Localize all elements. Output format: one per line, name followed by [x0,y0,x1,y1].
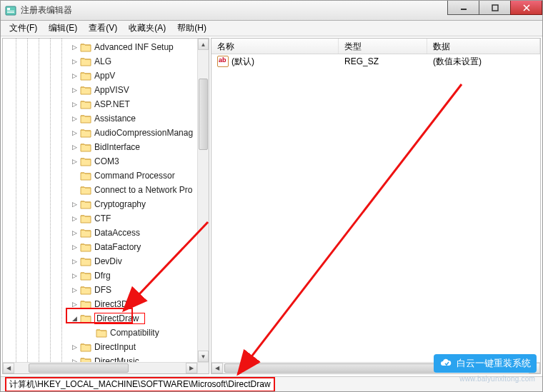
expand-toggle-icon[interactable]: ▷ [70,43,79,51]
tree-item-label: Advanced INF Setup [94,42,174,52]
tree-item[interactable]: Connect to a Network Pro [3,183,197,197]
tree-item[interactable]: ▷AudioCompressionManag [3,126,197,140]
expand-toggle-icon[interactable]: ▷ [70,129,79,137]
folder-icon [80,313,91,323]
scroll-thumb-horizontal[interactable] [29,363,129,373]
expand-toggle-icon[interactable]: ▷ [70,57,79,66]
tree-item[interactable]: ▷DirectInput [3,340,197,354]
tree-item[interactable]: ▷ALG [3,54,197,69]
tree-item[interactable]: ▷DevDiv [3,254,197,268]
tree-item[interactable]: ▷Direct3D [3,297,197,311]
scroll-left-icon[interactable]: ◀ [3,363,14,373]
scroll-left-icon[interactable]: ◀ [211,363,223,373]
list-header: 名称 类型 数据 [211,39,540,54]
value-data: (数值未设置) [427,56,540,68]
scroll-up-icon[interactable]: ▲ [198,39,209,50]
expand-toggle-icon[interactable]: ▷ [70,114,79,123]
tree-item[interactable]: ▷Advanced INF Setup [3,40,197,54]
expand-toggle-icon[interactable]: ▷ [70,157,79,166]
menu-favorites[interactable]: 收藏夹(A) [123,21,171,36]
tree-item[interactable]: ▷BidInterface [3,140,197,154]
expand-toggle-icon[interactable]: ▷ [70,86,79,94]
folder-icon [80,256,91,266]
tree-item-label: DataFactory [94,242,141,252]
menu-edit[interactable]: 编辑(E) [43,21,83,36]
folder-icon [80,199,91,209]
titlebar: 注册表编辑器 [1,1,542,21]
expand-toggle-icon[interactable]: ▷ [70,300,79,308]
expand-toggle-icon[interactable]: ▷ [70,214,79,223]
column-header-data[interactable]: 数据 [427,39,540,54]
expand-toggle-icon[interactable]: ▷ [70,343,79,351]
expand-toggle-icon[interactable]: ▷ [70,71,79,80]
tree-item[interactable]: ▷DataAccess [3,226,197,240]
tree-item-label: BidInterface [94,142,140,152]
maximize-button[interactable] [479,1,511,15]
tree-item[interactable]: ▷DFS [3,283,197,297]
list-pane: 名称 类型 数据 (默认) REG_SZ (数值未设置) ◀ ▶ [211,38,541,374]
window-controls [448,1,542,15]
scroll-thumb-vertical[interactable] [199,79,208,150]
tree-item[interactable]: ▷Cryptography [3,197,197,211]
expand-toggle-icon[interactable]: ▷ [70,271,79,280]
tree-item[interactable]: ▷COM3 [3,154,197,169]
expand-toggle-icon[interactable] [70,186,79,194]
expand-toggle-icon[interactable] [86,328,94,337]
tree-item[interactable]: ▷AppV [3,69,197,83]
tree-item[interactable]: ▷AppVISV [3,83,197,97]
svg-rect-3 [7,12,14,13]
folder-icon [80,342,91,352]
expand-toggle-icon[interactable]: ▷ [70,357,79,362]
tree-item-label: DataAccess [94,228,140,238]
expand-toggle-icon[interactable]: ▷ [70,257,79,266]
value-type: REG_SZ [339,56,427,66]
tree-scrollbar-vertical[interactable]: ▲ ▼ [197,39,209,362]
expand-toggle-icon[interactable]: ▷ [70,143,79,151]
tree-item[interactable]: ▷ASP.NET [3,97,197,111]
expand-toggle-icon[interactable]: ▷ [70,286,79,294]
tree-item[interactable]: ▷Assistance [3,111,197,126]
tree-item-label: DirectDraw [94,313,145,324]
tree-scrollbar-horizontal[interactable]: ◀ ▶ [3,362,197,373]
folder-icon [80,85,91,95]
minimize-button[interactable] [447,1,479,15]
svg-line-6 [524,5,529,11]
folder-icon [80,242,91,252]
menubar: 文件(F) 编辑(E) 查看(V) 收藏夹(A) 帮助(H) [1,21,542,36]
list-row[interactable]: (默认) REG_SZ (数值未设置) [211,54,540,69]
tree-item[interactable]: ▷DataFactory [3,240,197,254]
close-button[interactable] [510,1,542,15]
expand-toggle-icon[interactable]: ◢ [70,314,79,323]
expand-toggle-icon[interactable]: ▷ [70,100,79,109]
scroll-right-icon[interactable]: ▶ [186,363,197,373]
expand-toggle-icon[interactable] [70,171,79,180]
folder-icon [80,71,91,81]
tree-item[interactable]: Compatibility [3,326,197,340]
menu-file[interactable]: 文件(F) [4,21,43,36]
tree-item[interactable]: ◢DirectDraw [3,311,197,326]
column-header-type[interactable]: 类型 [339,39,427,54]
scroll-corner [197,362,209,373]
tree-item[interactable]: Command Processor [3,169,197,183]
list-body[interactable]: (默认) REG_SZ (数值未设置) [211,54,540,69]
window-title: 注册表编辑器 [21,4,72,16]
svg-rect-5 [492,5,498,11]
expand-toggle-icon[interactable]: ▷ [70,200,79,208]
expand-toggle-icon[interactable]: ▷ [70,243,79,251]
menu-help[interactable]: 帮助(H) [171,21,212,36]
tree-item[interactable]: ▷DirectMusic [3,354,197,362]
scroll-down-icon[interactable]: ▼ [198,351,209,362]
tree-item[interactable]: ▷CTF [3,211,197,226]
column-header-name[interactable]: 名称 [211,39,339,54]
folder-icon [80,185,91,195]
tree-item-label: Dfrg [94,271,111,281]
expand-toggle-icon[interactable]: ▷ [70,228,79,237]
tree-item-label: DirectMusic [94,356,139,362]
menu-view[interactable]: 查看(V) [83,21,123,36]
cloud-icon [439,357,452,370]
tree-item[interactable]: ▷Dfrg [3,268,197,283]
tree-list[interactable]: ▷Advanced INF Setup▷ALG▷AppV▷AppVISV▷ASP… [3,39,197,362]
folder-icon [80,285,91,295]
folder-icon [80,114,91,124]
svg-rect-4 [461,9,467,10]
